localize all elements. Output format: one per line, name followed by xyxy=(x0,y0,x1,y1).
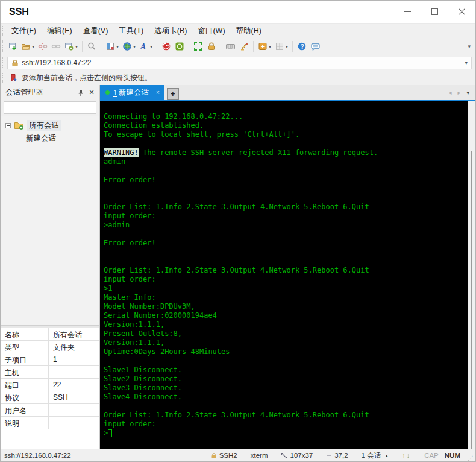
maximize-button[interactable] xyxy=(421,1,448,23)
tab-list-dropdown-icon[interactable]: ▾ xyxy=(466,90,469,96)
resize-grip[interactable]: ⋰ xyxy=(464,455,475,461)
tab-new-session[interactable]: 1 新建会话 × xyxy=(100,85,164,100)
property-row[interactable]: 协议SSH xyxy=(1,391,99,404)
search-input[interactable] xyxy=(4,104,100,112)
status-session-count[interactable]: 1 会话 ▲ xyxy=(355,449,396,461)
menu-item[interactable]: 窗口(W) xyxy=(192,24,230,38)
find-button[interactable] xyxy=(85,40,98,52)
tab-index: 1 xyxy=(113,89,117,97)
session-nav-arrows[interactable]: ↑↓ xyxy=(395,449,418,461)
property-row[interactable]: 说明 xyxy=(1,417,99,429)
address-input[interactable] xyxy=(22,59,461,67)
status-terminal-type[interactable]: xterm xyxy=(244,449,275,461)
terminal-line: Order List: 1.Info 2.State 3.Output 4.Ne… xyxy=(104,411,466,420)
chevron-down-icon: ▾ xyxy=(32,44,34,49)
fullscreen-button[interactable] xyxy=(192,40,205,52)
menu-item[interactable]: 帮助(H) xyxy=(231,24,267,38)
chevron-down-icon: ▾ xyxy=(116,44,119,49)
status-terminal-size[interactable]: 107x37 xyxy=(274,449,319,461)
terminal-line: Version:1.1.1, xyxy=(104,320,466,329)
toolbar-grip[interactable] xyxy=(2,40,6,52)
feedback-bubble-icon xyxy=(310,42,321,51)
address-grip[interactable] xyxy=(2,57,6,68)
menu-item[interactable]: 文件(F) xyxy=(6,24,42,38)
property-row[interactable]: 类型文件夹 xyxy=(1,341,99,353)
reconnect-button[interactable] xyxy=(49,40,63,52)
virtual-keyboard-button[interactable] xyxy=(224,40,237,52)
session-properties-button[interactable]: ▾ xyxy=(63,40,80,52)
property-label: 类型 xyxy=(1,341,49,353)
terminal-line: Connecting to 192.168.0.47:22... xyxy=(104,112,466,121)
lock-screen-button[interactable] xyxy=(205,40,218,52)
new-file-folder-icon xyxy=(258,42,268,51)
arrow-up-icon[interactable]: ↑ xyxy=(402,452,407,459)
tree-collapse-icon[interactable] xyxy=(5,123,11,128)
menu-grip[interactable] xyxy=(2,26,6,36)
property-row[interactable]: 用户名 xyxy=(1,404,99,417)
scrollbar-thumb[interactable] xyxy=(471,151,472,449)
menu-item[interactable]: 编辑(E) xyxy=(42,24,78,38)
tree-item-new-session[interactable]: 新建会话 xyxy=(14,131,99,145)
toolbar-separator xyxy=(189,41,189,52)
property-label: 端口 xyxy=(1,379,49,391)
chevron-down-icon: ▾ xyxy=(133,44,136,49)
terminal-line: admin xyxy=(104,157,466,166)
session-properties-icon xyxy=(64,42,74,51)
tree-item-label[interactable]: 所有会话 xyxy=(27,120,61,131)
status-cursor-position[interactable]: 37,2 xyxy=(319,449,354,461)
close-button[interactable] xyxy=(448,1,475,23)
property-row[interactable]: 子项目1 xyxy=(1,353,99,366)
property-row[interactable]: 端口22 xyxy=(1,379,99,391)
help-button[interactable]: ? xyxy=(295,40,308,52)
address-box[interactable]: ▾ xyxy=(7,57,472,69)
minimize-button[interactable] xyxy=(394,1,421,23)
disconnect-button[interactable] xyxy=(36,40,49,52)
property-label: 子项目 xyxy=(1,353,49,365)
new-tab-button[interactable]: + xyxy=(167,88,179,100)
tab-close-icon[interactable]: × xyxy=(156,89,160,96)
property-value: 所有会话 xyxy=(49,328,99,340)
menu-item[interactable]: 查看(V) xyxy=(78,24,114,38)
info-grip[interactable] xyxy=(2,73,6,83)
session-manager-header: 会话管理器 ✕ xyxy=(1,85,99,100)
terminal-scrollbar[interactable] xyxy=(468,101,475,449)
terminal-output[interactable]: Connecting to 192.168.0.47:22...Connecti… xyxy=(100,101,468,449)
menu-item[interactable]: 选项卡(B) xyxy=(149,24,192,38)
status-bar: ssh://192.168.0.47:22 SSH2 xterm 107x37 … xyxy=(1,449,475,461)
tab-label: 新建会话 xyxy=(119,87,149,98)
menu-item[interactable]: 工具(T) xyxy=(113,24,149,38)
session-manager-panel: 会话管理器 ✕ 所有会话 新建会话 xyxy=(1,85,100,449)
layout-button[interactable]: ▾ xyxy=(273,40,290,52)
address-dropdown-icon[interactable]: ▾ xyxy=(461,60,471,66)
trace-button[interactable] xyxy=(160,40,173,52)
property-row[interactable]: 主机 xyxy=(1,366,99,379)
bookmark-flag-icon[interactable] xyxy=(10,74,18,83)
font-button[interactable]: A▾ xyxy=(137,40,154,52)
toolbar-overflow-button[interactable]: ▾ xyxy=(468,43,471,49)
terminal-line: input order: xyxy=(104,420,466,429)
tab-scroll-left-icon[interactable]: ◂ xyxy=(448,89,451,96)
tab-scroll-right-icon[interactable]: ▸ xyxy=(457,89,460,96)
toolbar-separator xyxy=(292,41,293,52)
new-file-button[interactable]: ▾ xyxy=(256,40,273,52)
open-folder-icon xyxy=(21,42,31,51)
session-popup-icon[interactable]: ▲ xyxy=(384,454,389,458)
open-session-button[interactable]: ▾ xyxy=(19,40,36,52)
terminal-line: Error order! xyxy=(104,239,466,248)
property-row[interactable]: 名称所有会话 xyxy=(1,328,99,341)
status-protocol[interactable]: SSH2 xyxy=(204,449,244,461)
new-session-button[interactable] xyxy=(6,40,19,52)
compose-button[interactable]: ▾ xyxy=(104,40,121,52)
close-panel-icon[interactable]: ✕ xyxy=(86,87,97,98)
tree-item-label[interactable]: 新建会话 xyxy=(26,133,56,144)
disconnect-icon xyxy=(38,42,48,51)
highlight-pen-button[interactable] xyxy=(237,40,251,52)
transfer-button[interactable] xyxy=(173,40,186,52)
terminal-line: Version:1.1.1, xyxy=(104,338,466,347)
arrow-down-icon[interactable]: ↓ xyxy=(407,452,412,459)
encoding-button[interactable]: ▾ xyxy=(121,40,137,52)
panel-title: 会话管理器 xyxy=(5,87,75,98)
feedback-button[interactable] xyxy=(308,40,322,52)
pin-icon[interactable] xyxy=(75,87,86,98)
toolbar-separator xyxy=(101,41,101,52)
